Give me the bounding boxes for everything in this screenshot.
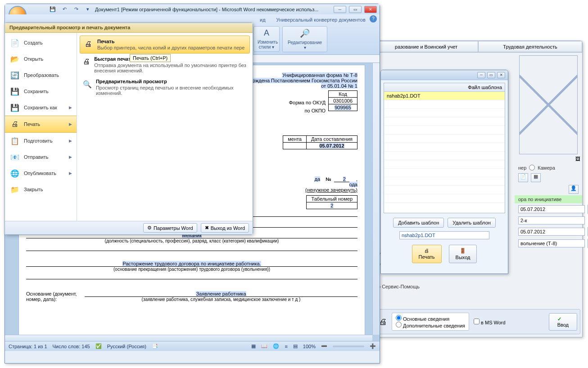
exit-icon: ✖ [205,225,209,231]
menu-print[interactable]: 🖨Печать▶ [5,116,77,133]
menu-open[interactable]: 📂Открыть [5,51,77,67]
exit-icon: 🚪 [460,248,466,254]
okpo-label: по ОКПО [289,107,326,115]
menu-save[interactable]: 💾Сохранить [5,83,77,99]
info-radio-group: Основные сведения Дополнительные сведени… [392,313,469,331]
print-big-button[interactable]: 🖨Печать [412,245,442,263]
green-field: ора по инициативе [515,195,582,203]
date1-input[interactable] [518,205,585,213]
photo-button[interactable]: 🖼 [575,156,580,162]
printer-icon: 🖨 [379,317,387,327]
tab-universal[interactable]: Универсальный конвертер документов [274,15,368,24]
tab-number-table: Табельный номер2 [306,195,357,209]
window-title: Документ1 [Режим ограниченной функционал… [95,7,331,12]
radio-add[interactable] [396,322,402,328]
view-outline[interactable]: ≡ [285,344,287,349]
menu-publish[interactable]: 🌐Опубликовать▶ [5,165,77,181]
quickprint-icon: 🖨 [82,56,90,67]
hr-tabs: разование и Воинский учет Трудовая деяте… [374,41,582,53]
status-lang[interactable]: Русский (Россия) [107,344,146,349]
template-grid[interactable]: Файл шаблона nshab2p1.DOT [384,83,505,213]
dlg-min[interactable]: ─ [477,72,485,78]
view-print[interactable]: ▦ [251,343,256,349]
grid-header: Файл шаблона [384,83,505,92]
save-icon: 💾 [9,86,20,97]
menu-prepare[interactable]: 📋Подготовить▶ [5,133,77,149]
menu-send[interactable]: 📧Отправить▶ [5,149,77,165]
zoom-slider[interactable] [333,346,364,347]
publish-icon: 🌐 [9,168,20,179]
send-icon: 📧 [9,152,20,162]
icon-btn-3[interactable]: 👤 [569,185,579,194]
win-min[interactable]: ─ [334,6,346,13]
view-draft[interactable]: ▤ [293,343,298,349]
menu-new[interactable]: 📄Создать [5,35,77,51]
win-close[interactable]: ✕ [364,6,377,13]
close-icon: 📁 [9,184,20,195]
print-icon: 🖨 [9,119,20,130]
office-menu-header: Предварительный просмотр и печать докуме… [5,23,253,33]
dlg-close[interactable]: ✕ [497,72,505,78]
icon-btn-1[interactable]: 📄 [518,173,528,182]
status-zoom[interactable]: 100% [303,344,316,349]
icon-btn-2[interactable]: ▦ [531,173,541,182]
binoculars-icon: 🔎 [286,28,323,38]
vertical-scrollbar[interactable] [372,63,380,335]
num-input[interactable] [518,216,585,224]
tab-work[interactable]: Трудовая деятельность [478,41,582,52]
submenu-print[interactable]: 🖨 ПечатьВыбор принтера, числа копий и др… [80,36,250,54]
date2-input[interactable] [518,228,585,236]
editing-group[interactable]: 🔎 Редактирование ▾ [282,26,327,52]
track-icon[interactable]: 📑 [152,343,158,349]
okud-label: Форма по ОКУД [289,99,326,107]
proof-icon[interactable]: ✅ [95,343,102,349]
approval-date: от 05.01.04 № 1 [321,83,357,89]
exit-word-button[interactable]: ✖Выход из Word [201,223,249,233]
msword-check[interactable]: в MS Word [474,319,506,325]
qat-redo[interactable]: ↷ [72,5,81,13]
template-dialog: ─ ▭ ✕ Файл шаблона nshab2p1.DOT Добавить… [380,70,508,274]
new-icon: 📄 [9,37,20,48]
dlg-max[interactable]: ▭ [487,72,495,78]
doc-date-table: ментаДата составления 05.07.2012 [283,135,357,149]
zoom-out[interactable]: ➖ [321,343,327,349]
win-max[interactable]: ▭ [349,6,362,13]
grid-row-1[interactable]: nshab2p1.DOT [384,92,505,100]
strike-note: (ненужное зачеркнуть) [305,187,357,193]
word-options-button[interactable]: ⚙Параметры Word [143,223,197,233]
zoom-in[interactable]: ➕ [370,343,376,349]
template-file-input[interactable] [399,231,489,239]
styles-group[interactable]: A Изменить стили ▾ [253,26,280,52]
del-template-button[interactable]: Удалить шаблон [448,218,496,228]
form-code: Унифицированная форма № Т-8 [282,72,357,78]
convert-icon: 🔄 [9,70,20,81]
gear-icon: ⚙ [147,225,152,231]
t8-input[interactable] [518,239,585,247]
approval: Утверждена Постановлением Госкомстата Ро… [242,78,357,83]
tab-education[interactable]: разование и Воинский учет [374,41,478,52]
status-page[interactable]: Страница: 1 из 1 [9,344,47,349]
exit-big-button[interactable]: 🚪Выход [449,245,477,263]
menu-saveas[interactable]: 💾Сохранить как▶ [5,99,77,116]
qat-save[interactable]: 💾 [48,5,57,13]
horizontal-scrollbar[interactable] [5,335,372,341]
menu-convert[interactable]: 🔄Преобразовать [5,67,77,83]
enter-button[interactable]: ✓Ввод [549,313,577,331]
printer-icon: 🖨 [424,248,429,253]
office-menu-left: 📄Создать 📂Открыть 🔄Преобразовать 💾Сохран… [5,33,77,221]
view-read[interactable]: 📖 [261,343,267,349]
status-words[interactable]: Число слов: 145 [53,344,90,349]
open-icon: 📂 [9,54,20,64]
submenu-preview[interactable]: 🔍 Предварительный просмотрПросмотр стран… [80,76,250,99]
add-template-button[interactable]: Добавить шаблон [393,218,444,228]
qat-undo[interactable]: ↶ [60,5,69,13]
qat-dropdown[interactable]: ▾ [83,5,92,13]
view-web[interactable]: 🌐 [273,343,279,349]
help-icon[interactable]: ? [370,15,377,22]
menu-close[interactable]: 📁Закрыть [5,181,77,197]
styles-icon: A [258,28,276,38]
radio-main[interactable] [396,315,402,321]
tab-view-cut[interactable]: ид [257,15,268,24]
camera-radio[interactable] [529,165,535,171]
photo-placeholder [519,55,578,154]
